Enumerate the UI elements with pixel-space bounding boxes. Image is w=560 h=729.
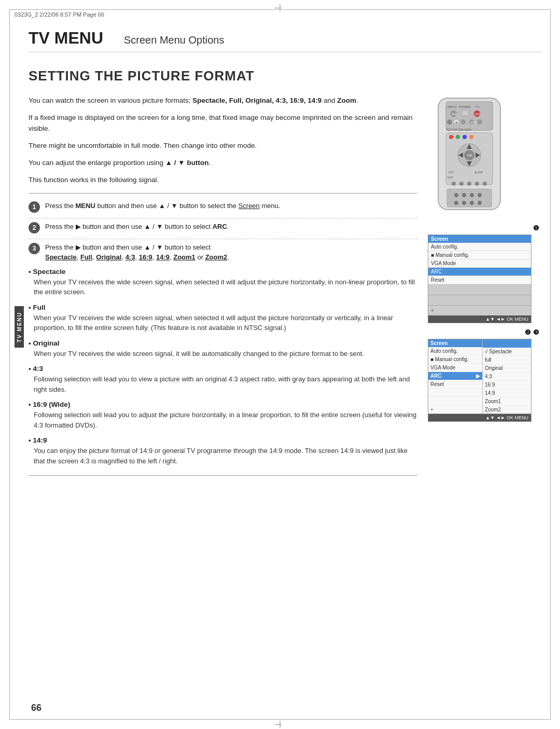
svg-point-39 — [454, 193, 458, 197]
step-divider-1 — [29, 218, 417, 218]
remote-container: INPUT POWER TV NUD DVD ⏏ VCR — [428, 95, 537, 216]
svg-point-36 — [475, 182, 479, 186]
step-1-num: 1 — [29, 201, 40, 213]
divider-top — [29, 193, 417, 194]
bullet-original: Original When your TV receives the wide … — [29, 339, 417, 359]
menu2-zoom2: Zoom2 — [483, 406, 531, 414]
menu2-vgamode: VGA Mode — [428, 364, 482, 372]
menu2-autoconfig: Auto config. — [428, 347, 482, 355]
svg-point-33 — [452, 182, 456, 186]
step-1: 1 Press the MENU button and then use ▲ /… — [29, 201, 417, 213]
bullet-full-desc: When your TV receives the wide screen si… — [29, 313, 417, 333]
svg-text:NUD: NUD — [452, 113, 458, 116]
svg-text:INPUT: INPUT — [447, 105, 457, 108]
menu2-full: full — [483, 356, 531, 364]
bullet-169: 16:9 (Wide) Following selection will lea… — [29, 401, 417, 430]
svg-point-20 — [456, 135, 460, 139]
svg-text:OK: OK — [467, 154, 472, 157]
svg-rect-38 — [447, 189, 492, 207]
svg-text:POWER: POWER — [459, 105, 471, 108]
bullet-original-desc: When your TV receives the wide screen si… — [29, 349, 417, 359]
header-section: TV MENU Screen Menu Options — [29, 29, 542, 52]
svg-point-44 — [462, 201, 466, 205]
svg-text:EXIT: EXIT — [447, 176, 453, 179]
step-2-text: Press the ▶ button and then use ▲ / ▼ bu… — [45, 222, 417, 232]
svg-point-46 — [478, 201, 482, 205]
bullet-spectacle-title: Spectacle — [29, 268, 417, 276]
svg-point-40 — [462, 193, 466, 197]
svg-point-37 — [483, 182, 487, 186]
intro-para4: You can adjust the enlarge proportion us… — [29, 158, 417, 169]
menu2-149: 14:9 — [483, 389, 531, 397]
step-3: 3 Press the ▶ button and then use ▲ / ▼ … — [29, 242, 417, 263]
bullet-43: 4:3 Following selection will lead you to… — [29, 365, 417, 394]
intro-para2: If a fixed image is displayed on the scr… — [29, 113, 417, 134]
svg-point-19 — [449, 135, 453, 139]
menu2-original: Original — [483, 364, 531, 373]
svg-point-22 — [469, 135, 473, 139]
menu2-left-panel: Screen Auto config. ■ Manual config. VGA… — [428, 339, 483, 414]
bullet-spectacle: Spectacle When your TV receives the wide… — [29, 268, 417, 297]
bullet-149-title: 14:9 — [29, 436, 417, 444]
menu2-zoom1: Zoom1 — [483, 397, 531, 406]
menu2-manualconfig: ■ Manual config. — [428, 355, 482, 364]
meta-line: 0323G_2 2/22/06 8:57 PM Page 66 — [15, 11, 104, 18]
sidebar-label: TV MENU — [17, 312, 22, 342]
bullet-169-title: 16:9 (Wide) — [29, 401, 417, 408]
bullet-full-title: Full — [29, 304, 417, 311]
screen-menu-subtitle: Screen Menu Options — [124, 34, 224, 46]
menu-box-2: Screen Auto config. ■ Manual config. VGA… — [428, 339, 531, 414]
remote-svg: INPUT POWER TV NUD DVD ⏏ VCR — [428, 95, 511, 215]
menu2-43: 4:3 — [483, 373, 531, 381]
step-1-text: Press the MENU button and then use ▲ / ▼… — [45, 201, 417, 211]
svg-point-42 — [478, 193, 482, 197]
svg-text:⏏: ⏏ — [455, 121, 458, 124]
tv-menu-title: TV MENU — [29, 29, 103, 48]
svg-point-35 — [467, 182, 471, 186]
svg-point-43 — [454, 201, 458, 205]
svg-text:SLEEP: SLEEP — [474, 171, 483, 174]
menu1-footer: ▲▼ ◄► OK MENU — [428, 315, 531, 323]
bullet-section: Spectacle When your TV receives the wide… — [29, 268, 417, 466]
step-divider-2 — [29, 239, 417, 239]
menu1-item-vgamode: VGA Mode — [428, 259, 531, 268]
svg-text:LIST: LIST — [449, 171, 454, 174]
menu1-item-autoconfig: Auto config. — [428, 243, 531, 251]
step-3-num: 3 — [29, 243, 40, 254]
step-3-text: Press the ▶ button and then use ▲ / ▼ bu… — [45, 242, 417, 263]
menu2-right-panel: √ Spectacle full Original 4:3 16:9 14:9 … — [483, 339, 531, 414]
svg-point-13 — [460, 119, 466, 125]
menu2-footer: ▲▼ ◄► OK MENU — [428, 414, 531, 422]
svg-point-41 — [470, 193, 474, 197]
menu1-header: Screen — [428, 235, 531, 243]
svg-point-34 — [459, 182, 464, 186]
step1-indicator: ❶ — [428, 224, 539, 232]
sidebar-strip: TV MENU — [15, 306, 24, 348]
bullet-full: Full When your TV receives the wide scre… — [29, 304, 417, 333]
bullet-43-title: 4:3 — [29, 365, 417, 373]
section-title: SETTING THE PICTURE FORMAT — [29, 68, 542, 84]
step23-indicator: ❷ ❸ — [428, 328, 539, 336]
svg-text:VCR: VCR — [470, 121, 476, 124]
right-column: INPUT POWER TV NUD DVD ⏏ VCR — [428, 95, 542, 476]
menu2-arc: ARC▶ — [428, 372, 482, 380]
step-2: 2 Press the ▶ button and then use ▲ / ▼ … — [29, 222, 417, 233]
bottom-divider — [29, 475, 417, 476]
menu1-item-manualconfig: ■ Manual config. — [428, 251, 531, 259]
svg-point-10 — [447, 119, 452, 125]
menu1-item-reset: Reset — [428, 276, 531, 284]
menu-box-1: Screen Auto config. ■ Manual config. VGA… — [428, 235, 531, 323]
left-column: You can watch the screen in various pict… — [29, 95, 417, 476]
bullet-original-title: Original — [29, 339, 417, 347]
svg-point-16 — [477, 119, 482, 125]
step-2-num: 2 — [29, 222, 40, 233]
intro-para3: There might be uncomfortable in full mod… — [29, 141, 417, 152]
menu2-left-header: Screen — [428, 339, 482, 347]
svg-text:DVD: DVD — [475, 113, 481, 116]
bullet-149-desc: You can enjoy the picture format of 14:9… — [29, 446, 417, 466]
menu2-reset: Reset — [428, 380, 482, 389]
svg-text:TV: TV — [475, 105, 480, 108]
main-content: TV MENU Screen Menu Options SETTING THE … — [29, 29, 542, 708]
menu2-spectacle: √ Spectacle — [483, 348, 531, 356]
intro-para5: This function works in the following sig… — [29, 175, 417, 186]
